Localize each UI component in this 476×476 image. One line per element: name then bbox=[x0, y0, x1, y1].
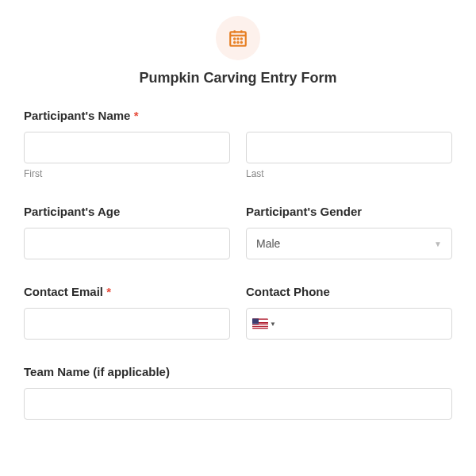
svg-point-9 bbox=[241, 42, 242, 43]
phone-col: Contact Phone ▼ bbox=[246, 285, 452, 340]
required-mark: * bbox=[106, 285, 111, 298]
us-flag-icon bbox=[252, 319, 268, 329]
name-label: Participant's Name * bbox=[24, 109, 452, 122]
email-col: Contact Email * bbox=[24, 285, 230, 340]
age-col: Participant's Age bbox=[24, 205, 230, 259]
svg-point-5 bbox=[237, 38, 238, 39]
last-name-sublabel: Last bbox=[246, 168, 452, 179]
team-section: Team Name (if applicable) bbox=[24, 365, 452, 420]
age-label: Participant's Age bbox=[24, 205, 230, 218]
header-icon-circle bbox=[216, 16, 260, 60]
caret-down-icon: ▼ bbox=[270, 321, 276, 328]
name-section: Participant's Name * First Last bbox=[24, 109, 452, 179]
svg-point-6 bbox=[241, 38, 242, 39]
country-flag-button[interactable]: ▼ bbox=[252, 319, 276, 329]
svg-point-8 bbox=[237, 42, 238, 43]
svg-point-7 bbox=[234, 42, 235, 43]
form-container: Pumpkin Carving Entry Form Participant's… bbox=[0, 0, 476, 436]
first-name-col: First bbox=[24, 132, 230, 179]
gender-col: Participant's Gender Male ▼ bbox=[246, 205, 452, 259]
calendar-icon bbox=[228, 28, 248, 48]
svg-point-4 bbox=[234, 38, 235, 39]
chevron-down-icon: ▼ bbox=[434, 240, 442, 248]
email-input[interactable] bbox=[24, 308, 230, 340]
first-name-input[interactable] bbox=[24, 132, 230, 163]
email-label-text: Contact Email bbox=[24, 285, 103, 298]
gender-select[interactable]: Male ▼ bbox=[246, 228, 452, 259]
gender-label: Participant's Gender bbox=[246, 205, 452, 218]
form-title: Pumpkin Carving Entry Form bbox=[24, 70, 452, 86]
phone-input-wrap: ▼ bbox=[246, 308, 452, 340]
last-name-col: Last bbox=[246, 132, 452, 179]
phone-label: Contact Phone bbox=[246, 285, 452, 298]
form-header: Pumpkin Carving Entry Form bbox=[24, 16, 452, 86]
name-label-text: Participant's Name bbox=[24, 109, 130, 122]
email-label: Contact Email * bbox=[24, 285, 230, 298]
age-gender-row: Participant's Age Participant's Gender M… bbox=[24, 205, 452, 259]
team-label: Team Name (if applicable) bbox=[24, 365, 452, 378]
age-input[interactable] bbox=[24, 228, 230, 259]
last-name-input[interactable] bbox=[246, 132, 452, 163]
first-name-sublabel: First bbox=[24, 168, 230, 179]
phone-input[interactable] bbox=[246, 308, 452, 340]
required-mark: * bbox=[134, 109, 139, 122]
gender-selected-value: Male bbox=[256, 237, 280, 250]
contact-row: Contact Email * Contact Phone ▼ bbox=[24, 285, 452, 340]
team-input[interactable] bbox=[24, 388, 452, 420]
